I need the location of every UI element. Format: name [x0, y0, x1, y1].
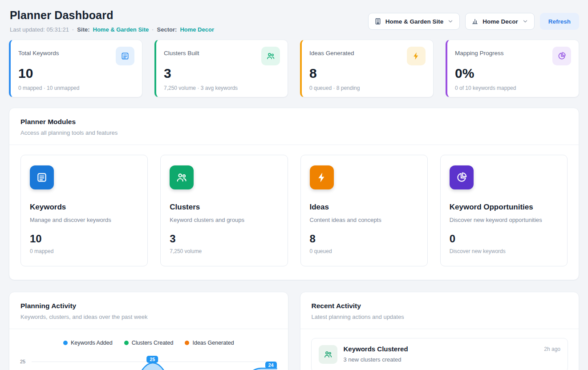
header-controls: Home & Garden Site Home Decor Refresh [368, 13, 579, 30]
activity-list: Keywords Clustered 3 new clusters create… [300, 329, 579, 370]
users-icon [170, 165, 194, 189]
chart-body: Keywords Added Clusters Created Ideas Ge… [9, 329, 288, 370]
module-value: 8 [310, 233, 418, 245]
card-title: Planning Activity [20, 302, 277, 310]
stat-label: Ideas Generated [309, 47, 354, 56]
bar-chart-icon [471, 18, 479, 25]
header: Planner Dashboard Last updated: 05:31:21… [0, 0, 588, 33]
stat-label: Clusters Built [164, 47, 199, 56]
legend-dot-orange [185, 341, 189, 345]
legend-dot-green [124, 341, 129, 345]
module-value: 10 [30, 233, 138, 245]
module-title: Keywords [30, 203, 138, 212]
panel-title: Planner Modules [20, 118, 568, 126]
pie-chart-icon [450, 165, 474, 189]
legend-item-clusters-created: Clusters Created [124, 340, 174, 346]
sector-picker-dropdown[interactable]: Home Decor [465, 13, 535, 30]
module-value: 0 [450, 233, 558, 245]
planner-dashboard-page: Planner Dashboard Last updated: 05:31:21… [0, 0, 588, 370]
card-head: Recent Activity Latest planning actions … [300, 292, 579, 329]
module-description: Keyword clusters and groups [170, 217, 278, 223]
stat-detail: 0 of 10 keywords mapped [455, 85, 571, 91]
dot-separator: · [152, 26, 154, 33]
planner-modules-panel: Planner Modules Access all planning tool… [9, 108, 579, 280]
site-picker-dropdown[interactable]: Home & Garden Site [368, 13, 460, 30]
legend-label: Keywords Added [71, 340, 113, 346]
module-detail: 7,250 volume [170, 248, 278, 254]
activity-item-detail: 3 new clusters created [344, 356, 538, 363]
sector-link[interactable]: Home Decor [180, 26, 214, 33]
page-title: Planner Dashboard [10, 9, 214, 22]
chart-legend: Keywords Added Clusters Created Ideas Ge… [20, 340, 277, 346]
point-label-badge: 24 [265, 362, 277, 369]
site-label: Site: [77, 26, 89, 33]
activity-list-item: Keywords Clustered 3 new clusters create… [311, 338, 568, 370]
legend-item-ideas-generated: Ideas Generated [185, 340, 234, 346]
users-icon [261, 47, 280, 65]
sector-label: Sector: [157, 26, 177, 33]
header-left: Planner Dashboard Last updated: 05:31:21… [10, 9, 214, 33]
card-subtitle: Keywords, clusters, and ideas over the p… [20, 314, 277, 320]
card-subtitle: Latest planning actions and updates [312, 314, 568, 320]
stat-card-clusters-built: Clusters Built 3 7,250 volume · 3 avg ke… [154, 40, 288, 97]
legend-label: Ideas Generated [192, 340, 234, 346]
site-link[interactable]: Home & Garden Site [93, 26, 149, 33]
last-updated-text: Last updated: 05:31:21 [10, 26, 69, 33]
modules-grid: Keywords Manage and discover keywords 10… [9, 145, 579, 280]
recent-activity-card: Recent Activity Latest planning actions … [300, 292, 580, 370]
chevron-down-icon [447, 18, 454, 24]
module-detail: 0 queued [310, 248, 418, 254]
point-label-badge: 25 [147, 356, 158, 363]
legend-dot-blue [63, 341, 68, 345]
module-detail: Discover new keywords [450, 248, 558, 254]
activity-item-main: Keywords Clustered 3 new clusters create… [344, 345, 538, 363]
card-title: Recent Activity [312, 302, 568, 310]
activity-item-title: Keywords Clustered [344, 345, 538, 353]
planning-activity-card: Planning Activity Keywords, clusters, an… [9, 292, 288, 370]
stat-value: 3 [164, 66, 280, 81]
refresh-button[interactable]: Refresh [540, 13, 579, 30]
stat-detail: 7,250 volume · 3 avg keywords [164, 85, 280, 91]
stat-value: 0% [455, 66, 571, 81]
module-detail: 0 mapped [30, 248, 138, 254]
module-title: Keyword Opportunities [450, 203, 558, 212]
dot-separator: · [72, 26, 74, 33]
card-head: Planning Activity Keywords, clusters, an… [9, 292, 288, 329]
bolt-icon [407, 47, 426, 65]
module-description: Manage and discover keywords [30, 217, 138, 223]
document-icon [116, 47, 134, 65]
y-axis-tick: 25 [20, 359, 25, 364]
users-icon [319, 345, 337, 364]
module-description: Discover new keyword opportunities [450, 217, 558, 223]
meta-line: Last updated: 05:31:21 · Site: Home & Ga… [10, 26, 214, 33]
stat-detail: 0 mapped · 10 unmapped [18, 85, 134, 91]
module-card-keywords[interactable]: Keywords Manage and discover keywords 10… [20, 155, 148, 266]
legend-item-keywords-added: Keywords Added [63, 340, 113, 346]
panel-subtitle: Access all planning tools and features [20, 129, 568, 136]
module-title: Clusters [170, 203, 278, 212]
module-card-keyword-opportunities[interactable]: Keyword Opportunities Discover new keywo… [440, 155, 568, 266]
stat-card-mapping-progress: Mapping Progress 0% 0 of 10 keywords map… [446, 40, 579, 97]
building-icon [374, 18, 381, 25]
module-title: Ideas [310, 203, 418, 212]
stat-value: 10 [18, 66, 134, 81]
site-picker-value: Home & Garden Site [385, 18, 444, 25]
stat-label: Total Keywords [18, 47, 59, 56]
activity-item-time: 2h ago [544, 345, 560, 352]
stat-detail: 0 queued · 8 pending [309, 85, 426, 91]
module-card-ideas[interactable]: Ideas Content ideas and concepts 8 0 que… [300, 155, 428, 266]
panel-head: Planner Modules Access all planning tool… [9, 108, 579, 145]
bolt-icon [310, 165, 334, 189]
legend-label: Clusters Created [132, 340, 174, 346]
document-icon [30, 165, 54, 189]
module-value: 3 [170, 233, 278, 245]
stat-value: 8 [309, 66, 426, 81]
module-card-clusters[interactable]: Clusters Keyword clusters and groups 3 7… [160, 155, 288, 266]
module-description: Content ideas and concepts [310, 217, 418, 223]
stat-label: Mapping Progress [455, 47, 504, 56]
sector-picker-value: Home Decor [483, 18, 518, 25]
pie-chart-icon [552, 47, 571, 65]
chevron-down-icon [522, 18, 528, 24]
stat-card-total-keywords: Total Keywords 10 0 mapped · 10 unmapped [9, 40, 142, 97]
stats-row: Total Keywords 10 0 mapped · 10 unmapped… [9, 40, 579, 97]
